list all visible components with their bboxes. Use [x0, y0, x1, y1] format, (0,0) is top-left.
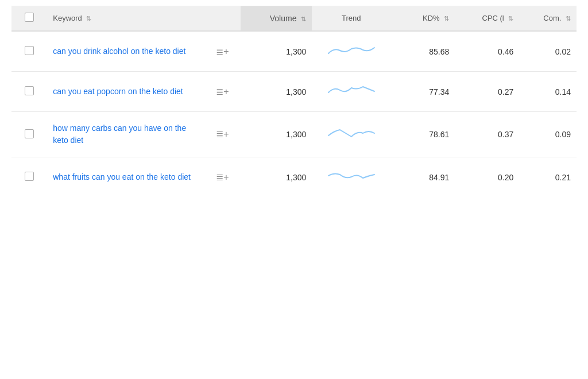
trend-sparkline — [326, 125, 377, 142]
table-row: can you drink alcohol on the keto diet≣+… — [11, 31, 577, 72]
trend-cell — [312, 31, 390, 72]
add-button-cell: ≣+ — [204, 31, 241, 72]
kd-cell: 78.61 — [390, 112, 455, 157]
header-trend[interactable]: Trend — [312, 6, 390, 31]
row-checkbox-cell — [11, 31, 47, 72]
header-checkbox[interactable] — [25, 13, 34, 22]
cpc-cell: 0.46 — [455, 31, 519, 72]
row-checkbox[interactable] — [25, 46, 34, 55]
row-checkbox-cell — [11, 72, 47, 112]
keyword-cell: can you drink alcohol on the keto diet — [47, 31, 204, 72]
trend-cell — [312, 157, 390, 198]
keyword-cell: can you eat popcorn on the keto diet — [47, 72, 204, 112]
add-button-cell: ≣+ — [204, 157, 241, 198]
header-cpc[interactable]: CPC (l ⇅ — [455, 6, 519, 31]
header-keyword-label: Keyword — [53, 14, 82, 22]
row-checkbox[interactable] — [25, 172, 34, 181]
add-to-list-button[interactable]: ≣+ — [214, 46, 231, 57]
volume-cell: 1,300 — [241, 112, 312, 157]
trend-cell — [312, 112, 390, 157]
cpc-cell: 0.27 — [455, 72, 519, 112]
header-add-col — [204, 6, 241, 31]
add-button-cell: ≣+ — [204, 72, 241, 112]
header-kd[interactable]: KD% ⇅ — [390, 6, 455, 31]
table-row: can you eat popcorn on the keto diet≣+1,… — [11, 72, 577, 112]
keyword-link[interactable]: how many carbs can you have on the keto … — [53, 123, 186, 145]
row-checkbox-cell — [11, 112, 47, 157]
row-checkbox[interactable] — [25, 129, 34, 138]
com-cell: 0.02 — [519, 31, 577, 72]
com-cell: 0.09 — [519, 112, 577, 157]
keyword-cell: what fruits can you eat on the keto diet — [47, 157, 204, 198]
header-keyword[interactable]: Keyword ⇅ — [47, 6, 204, 31]
volume-cell: 1,300 — [241, 157, 312, 198]
add-to-list-button[interactable]: ≣+ — [214, 172, 231, 183]
row-checkbox[interactable] — [25, 86, 34, 95]
add-button-cell: ≣+ — [204, 112, 241, 157]
row-checkbox-cell — [11, 157, 47, 198]
cpc-sort-icon[interactable]: ⇅ — [508, 15, 513, 22]
volume-cell: 1,300 — [241, 31, 312, 72]
cpc-cell: 0.37 — [455, 112, 519, 157]
header-volume-label: Volume — [270, 14, 297, 23]
table-header-row: Keyword ⇅ Volume ⇅ Trend KD% ⇅ CPC (l ⇅ — [11, 6, 577, 31]
cpc-cell: 0.20 — [455, 157, 519, 198]
com-cell: 0.21 — [519, 157, 577, 198]
trend-sparkline — [326, 82, 377, 99]
trend-cell — [312, 72, 390, 112]
com-sort-icon[interactable]: ⇅ — [566, 15, 571, 22]
header-com-label: Com. — [543, 14, 561, 22]
header-volume[interactable]: Volume ⇅ — [241, 6, 312, 31]
volume-sort-icon[interactable]: ⇅ — [301, 16, 306, 23]
header-com[interactable]: Com. ⇅ — [519, 6, 577, 31]
header-cpc-label: CPC (l — [482, 14, 504, 22]
header-trend-label: Trend — [342, 14, 361, 22]
kd-cell: 84.91 — [390, 157, 455, 198]
keyword-link[interactable]: can you eat popcorn on the keto diet — [53, 87, 183, 96]
keyword-link[interactable]: what fruits can you eat on the keto diet — [53, 172, 191, 181]
keyword-sort-icon[interactable]: ⇅ — [86, 15, 91, 22]
keyword-link[interactable]: can you drink alcohol on the keto diet — [53, 47, 185, 56]
add-to-list-button[interactable]: ≣+ — [214, 86, 231, 98]
header-checkbox-col — [11, 6, 47, 31]
keyword-cell: how many carbs can you have on the keto … — [47, 112, 204, 157]
com-cell: 0.14 — [519, 72, 577, 112]
table-row: what fruits can you eat on the keto diet… — [11, 157, 577, 198]
keyword-table-container: Keyword ⇅ Volume ⇅ Trend KD% ⇅ CPC (l ⇅ — [0, 0, 588, 203]
trend-sparkline — [326, 42, 377, 59]
kd-cell: 85.68 — [390, 31, 455, 72]
kd-cell: 77.34 — [390, 72, 455, 112]
kd-sort-icon[interactable]: ⇅ — [444, 15, 449, 22]
trend-sparkline — [326, 168, 377, 185]
volume-cell: 1,300 — [241, 72, 312, 112]
add-to-list-button[interactable]: ≣+ — [214, 129, 231, 140]
header-kd-label: KD% — [423, 14, 440, 22]
table-row: how many carbs can you have on the keto … — [11, 112, 577, 157]
keyword-table: Keyword ⇅ Volume ⇅ Trend KD% ⇅ CPC (l ⇅ — [11, 6, 577, 197]
